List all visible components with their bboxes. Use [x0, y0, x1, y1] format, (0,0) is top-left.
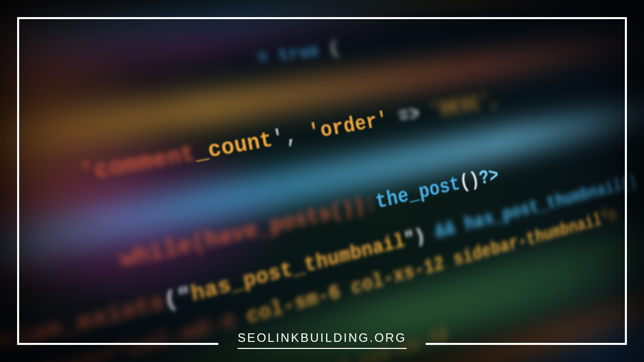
code-token: {: [328, 38, 341, 59]
code-line: if(function_exists("has_post_thumbnail")…: [0, 142, 644, 362]
blur-streak: [0, 87, 644, 309]
code-token-blur: && has_post_thumbnail(): [423, 172, 638, 246]
blur-streak: [0, 0, 644, 53]
watermark: SEOLINKBUILDING.ORG: [237, 331, 407, 349]
code-punct: (": [162, 283, 194, 315]
code-token: col-sm-6: [260, 352, 362, 362]
code-punct: =>: [386, 101, 432, 131]
code-token-blur: 'DESC',: [428, 89, 501, 123]
code-token: order: [318, 110, 379, 143]
code-token: _count: [192, 128, 275, 166]
code-token-blur: if(function_exists: [0, 290, 167, 362]
frame-bottom-left: [17, 343, 218, 345]
code-token-blur: ">: [600, 206, 619, 229]
code-token: ?>: [477, 164, 501, 190]
code-punct: ',: [270, 122, 311, 152]
code-token: the_post: [374, 173, 462, 214]
code-line-focus: while(have_posts()):the_post()?>: [0, 109, 644, 362]
frame-bottom-right: [426, 343, 627, 345]
photo-background: = true { 'comment_count', 'order' => 'DE…: [0, 0, 644, 362]
code-token-blur: while(have_posts()):: [118, 192, 378, 274]
code-plane: = true { 'comment_count', 'order' => 'DE…: [0, 0, 644, 362]
code-token: col-sm-6 col-xs-12 sidebar-thumbnail: [245, 210, 603, 329]
code-token: ': [375, 108, 390, 132]
code-token: (): [458, 168, 481, 194]
code-token: has_post_thumbnail: [189, 230, 407, 308]
code-line: = true {: [0, 0, 644, 182]
blur-streak: [0, 11, 414, 82]
code-token: = true: [256, 41, 321, 68]
code-token-blur: 'comment: [77, 141, 197, 188]
code-line-focus: 'comment_count', 'order' => 'DESC',: [0, 48, 644, 305]
code-punct: "): [403, 225, 427, 252]
code-token: ': [306, 120, 323, 145]
blur-streak: [0, 28, 644, 180]
vignette: [0, 0, 644, 362]
frame: [17, 17, 627, 345]
code-token-blur: <div class="col-md-4: [0, 306, 249, 362]
